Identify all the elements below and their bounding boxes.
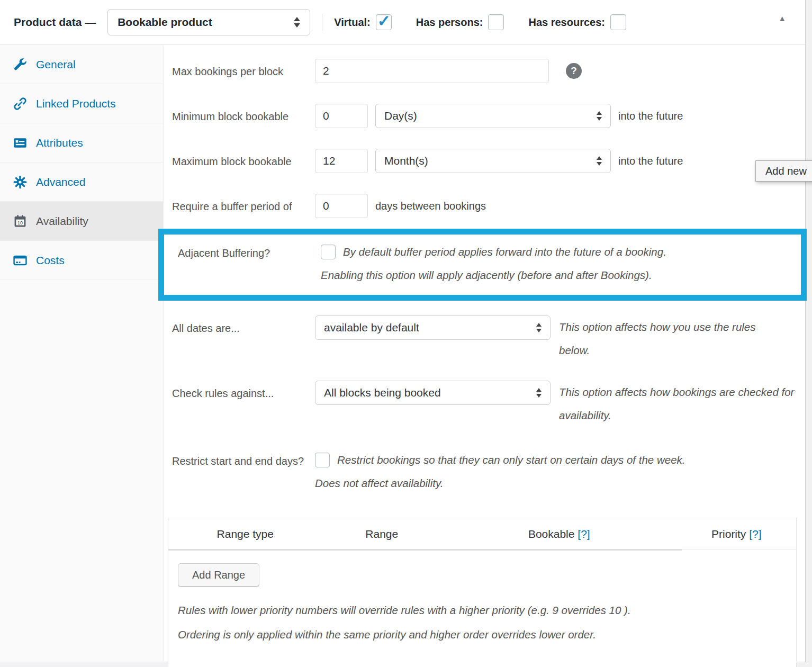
all-dates-value: available by default <box>324 321 419 334</box>
select-arrows-icon <box>536 388 542 398</box>
virtual-toggle: Virtual: ✓ <box>334 14 392 30</box>
max-bookings-input[interactable] <box>315 59 549 83</box>
panel-title: Product data — <box>14 16 96 29</box>
availability-rules-table: Range type Range Bookable [?] Priority [… <box>168 518 797 667</box>
product-type-value: Bookable product <box>118 16 212 29</box>
tab-label: Costs <box>36 254 65 267</box>
virtual-label: Virtual: <box>334 16 371 29</box>
product-data-metabox: Product data — Bookable product Virtual:… <box>0 0 812 667</box>
check-rules-row: Check rules against... All blocks being … <box>172 381 805 427</box>
column-range-type: Range type <box>168 528 322 540</box>
all-dates-row: All dates are... available by default Th… <box>172 316 805 362</box>
product-data-tabs: General Linked Products Attributes <box>0 45 164 662</box>
all-dates-select[interactable]: available by default <box>315 316 551 340</box>
buffer-period-input[interactable] <box>315 194 368 218</box>
buffer-period-label: Require a buffer period of <box>172 194 315 218</box>
check-icon: ✓ <box>377 12 391 30</box>
adjacent-buffering-field: By default buffer period applies forward… <box>321 240 796 287</box>
adjacent-buffering-label: Adjacent Buffering? <box>178 240 321 287</box>
restrict-days-checkbox[interactable] <box>315 453 330 467</box>
column-range: Range <box>322 528 441 540</box>
bookable-help-link[interactable]: [?] <box>578 528 590 540</box>
help-icon[interactable]: ? <box>566 63 582 79</box>
tab-label: Attributes <box>36 137 83 149</box>
maximum-block-label: Maximum block bookable <box>172 149 315 173</box>
tab-general[interactable]: General <box>0 45 163 84</box>
tab-label: General <box>36 58 76 71</box>
has-persons-checkbox[interactable] <box>488 14 504 30</box>
availability-settings: Max bookings per block ? Minimum block b… <box>164 45 805 662</box>
check-rules-description: This option affects how bookings are che… <box>559 381 795 427</box>
adjacent-buffering-desc-line2: Enabling this option will apply adjacent… <box>321 264 796 287</box>
gear-icon <box>13 175 27 189</box>
has-persons-toggle: Has persons: <box>416 14 504 30</box>
minimum-block-row: Minimum block bookable Day(s) into the f… <box>172 104 805 128</box>
buffer-period-suffix: days between bookings <box>375 194 486 218</box>
has-resources-checkbox[interactable] <box>610 14 626 30</box>
column-priority: Priority [?] <box>677 528 796 540</box>
tab-advanced[interactable]: Advanced <box>0 163 163 202</box>
product-data-panel: Product data — Bookable product Virtual:… <box>0 0 806 662</box>
header-divider <box>322 14 322 31</box>
svg-text:10: 10 <box>17 220 23 225</box>
link-icon <box>13 97 27 111</box>
table-body: Add Range Rules with lower priority numb… <box>168 550 796 667</box>
credit-card-icon <box>13 254 27 267</box>
minimum-block-unit-select[interactable]: Day(s) <box>375 104 611 128</box>
minimum-block-suffix: into the future <box>618 104 683 128</box>
maximum-block-row: Maximum block bookable Month(s) into the… <box>172 149 805 173</box>
tab-label: Availability <box>36 215 88 228</box>
panel-header: Product data — Bookable product Virtual:… <box>0 0 805 45</box>
max-bookings-row: Max bookings per block ? <box>172 59 805 83</box>
maximum-block-unit-select[interactable]: Month(s) <box>375 149 611 173</box>
tab-costs[interactable]: Costs <box>0 241 163 280</box>
select-arrows-icon <box>597 111 602 121</box>
tab-availability[interactable]: 10 Availability <box>0 202 163 241</box>
check-rules-value: All blocks being booked <box>324 386 441 399</box>
adjacent-buffering-desc-line1: By default buffer period applies forward… <box>343 240 666 264</box>
tab-attributes[interactable]: Attributes <box>0 123 163 163</box>
select-arrows-icon <box>597 156 602 166</box>
wrench-icon <box>13 58 27 71</box>
unit-value: Day(s) <box>384 110 417 122</box>
unit-value: Month(s) <box>384 155 428 167</box>
restrict-days-field: Restrict bookings so that they can only … <box>315 448 805 495</box>
tab-linked-products[interactable]: Linked Products <box>0 84 163 123</box>
table-header: Range type Range Bookable [?] Priority [… <box>168 518 796 550</box>
adjacent-buffering-highlight: Adjacent Buffering? By default buffer pe… <box>158 229 807 301</box>
adjacent-buffering-checkbox[interactable] <box>321 245 336 259</box>
priority-help-link[interactable]: [?] <box>749 528 761 540</box>
column-bookable: Bookable [?] <box>441 528 677 540</box>
tab-label: Advanced <box>36 176 85 188</box>
restrict-days-label: Restrict start and end days? <box>172 448 315 473</box>
restrict-days-desc-line2: Does not affect availability. <box>315 472 805 495</box>
has-resources-toggle: Has resources: <box>528 14 626 30</box>
virtual-checkbox[interactable]: ✓ <box>376 14 392 30</box>
tab-label: Linked Products <box>36 97 116 110</box>
calendar-icon: 10 <box>13 214 27 228</box>
minimum-block-input[interactable] <box>315 104 368 128</box>
attributes-card-icon <box>13 136 27 150</box>
check-rules-label: Check rules against... <box>172 381 315 405</box>
priority-rules-note: Rules with lower priority numbers will o… <box>178 598 660 647</box>
product-type-select[interactable]: Bookable product <box>107 9 310 35</box>
buffer-period-row: Require a buffer period of days between … <box>172 194 805 218</box>
max-bookings-label: Max bookings per block <box>172 59 315 83</box>
add-new-button[interactable]: Add new <box>755 160 812 182</box>
has-persons-label: Has persons: <box>416 16 483 29</box>
restrict-days-row: Restrict start and end days? Restrict bo… <box>172 448 805 495</box>
check-rules-select[interactable]: All blocks being booked <box>315 381 551 405</box>
panel-body: General Linked Products Attributes <box>0 45 805 662</box>
maximum-block-input[interactable] <box>315 149 368 173</box>
all-dates-label: All dates are... <box>172 316 315 340</box>
minimum-block-label: Minimum block bookable <box>172 104 315 128</box>
maximum-block-suffix: into the future <box>618 149 683 173</box>
restrict-days-desc-line1: Restrict bookings so that they can only … <box>337 448 685 472</box>
select-arrows-icon <box>536 323 542 332</box>
select-arrows-icon <box>294 17 300 28</box>
collapse-panel-icon[interactable]: ▲ <box>778 14 786 23</box>
add-range-button[interactable]: Add Range <box>178 563 259 587</box>
all-dates-description: This option affects how you use the rule… <box>559 316 781 362</box>
has-resources-label: Has resources: <box>528 16 605 29</box>
